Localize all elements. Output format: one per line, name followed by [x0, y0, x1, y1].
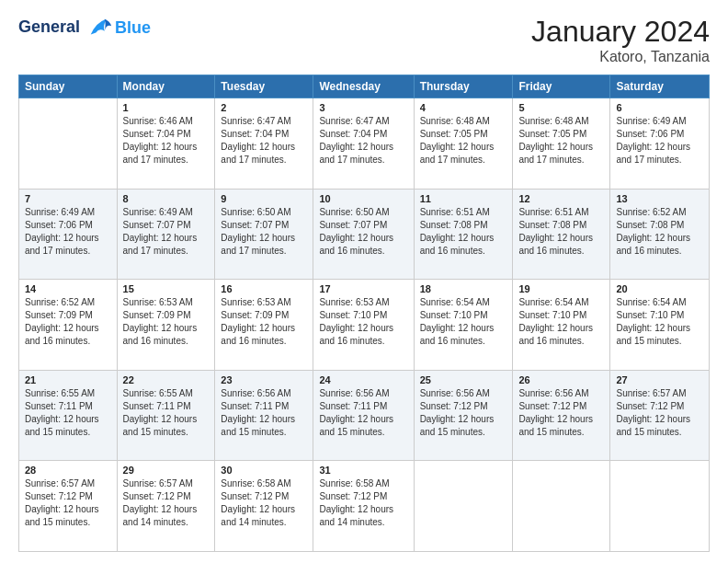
day-number: 24	[319, 374, 407, 385]
day-info: Sunrise: 6:51 AMSunset: 7:08 PMDaylight:…	[420, 206, 507, 258]
calendar-week-row: 28Sunrise: 6:57 AMSunset: 7:12 PMDayligh…	[19, 461, 710, 552]
calendar-cell: 11Sunrise: 6:51 AMSunset: 7:08 PMDayligh…	[414, 189, 513, 280]
calendar-cell: 7Sunrise: 6:49 AMSunset: 7:06 PMDaylight…	[19, 189, 118, 280]
calendar-table: Sunday Monday Tuesday Wednesday Thursday…	[18, 75, 710, 552]
header-sunday: Sunday	[19, 75, 118, 98]
day-number: 3	[319, 102, 407, 113]
day-number: 15	[123, 283, 210, 294]
header-friday: Friday	[513, 75, 610, 98]
day-info: Sunrise: 6:56 AMSunset: 7:11 PMDaylight:…	[319, 387, 407, 439]
calendar-cell: 28Sunrise: 6:57 AMSunset: 7:12 PMDayligh…	[19, 461, 118, 552]
day-info: Sunrise: 6:58 AMSunset: 7:12 PMDaylight:…	[221, 477, 307, 529]
calendar-cell: 25Sunrise: 6:56 AMSunset: 7:12 PMDayligh…	[414, 370, 513, 461]
day-info: Sunrise: 6:56 AMSunset: 7:11 PMDaylight:…	[221, 387, 307, 439]
logo: General Blue	[18, 15, 151, 40]
calendar-week-row: 21Sunrise: 6:55 AMSunset: 7:11 PMDayligh…	[19, 370, 710, 461]
day-number: 2	[221, 102, 307, 113]
page: General Blue January 2024 Katoro, Tanzan…	[0, 0, 728, 563]
day-number: 19	[518, 283, 604, 294]
day-info: Sunrise: 6:54 AMSunset: 7:10 PMDaylight:…	[518, 296, 604, 348]
calendar-body: 1Sunrise: 6:46 AMSunset: 7:04 PMDaylight…	[19, 98, 710, 552]
logo-general: General	[18, 17, 80, 36]
day-number: 17	[319, 283, 407, 294]
day-info: Sunrise: 6:52 AMSunset: 7:09 PMDaylight:…	[25, 296, 111, 348]
header-wednesday: Wednesday	[313, 75, 414, 98]
calendar-cell: 22Sunrise: 6:55 AMSunset: 7:11 PMDayligh…	[117, 370, 215, 461]
day-number: 8	[123, 193, 210, 204]
logo-blue: Blue	[115, 18, 151, 38]
calendar-cell: 10Sunrise: 6:50 AMSunset: 7:07 PMDayligh…	[313, 189, 414, 280]
header-thursday: Thursday	[414, 75, 513, 98]
day-info: Sunrise: 6:55 AMSunset: 7:11 PMDaylight:…	[123, 387, 210, 439]
calendar-cell: 2Sunrise: 6:47 AMSunset: 7:04 PMDaylight…	[215, 98, 313, 190]
calendar-cell: 4Sunrise: 6:48 AMSunset: 7:05 PMDaylight…	[414, 98, 513, 190]
calendar-week-row: 14Sunrise: 6:52 AMSunset: 7:09 PMDayligh…	[19, 280, 710, 371]
day-number: 31	[319, 465, 407, 476]
day-info: Sunrise: 6:49 AMSunset: 7:06 PMDaylight:…	[616, 115, 703, 167]
day-info: Sunrise: 6:56 AMSunset: 7:12 PMDaylight:…	[518, 387, 604, 439]
calendar-cell	[610, 461, 710, 552]
calendar-cell: 15Sunrise: 6:53 AMSunset: 7:09 PMDayligh…	[117, 280, 215, 371]
calendar-cell: 5Sunrise: 6:48 AMSunset: 7:05 PMDaylight…	[513, 98, 610, 190]
day-number: 10	[319, 193, 407, 204]
calendar-cell: 3Sunrise: 6:47 AMSunset: 7:04 PMDaylight…	[313, 98, 414, 190]
day-number: 12	[518, 193, 604, 204]
day-info: Sunrise: 6:56 AMSunset: 7:12 PMDaylight:…	[420, 387, 507, 439]
day-number: 7	[25, 193, 111, 204]
day-info: Sunrise: 6:57 AMSunset: 7:12 PMDaylight:…	[25, 477, 111, 529]
day-info: Sunrise: 6:55 AMSunset: 7:11 PMDaylight:…	[25, 387, 111, 439]
day-info: Sunrise: 6:53 AMSunset: 7:10 PMDaylight:…	[319, 296, 407, 348]
day-number: 25	[420, 374, 507, 385]
day-number: 21	[25, 374, 111, 385]
day-info: Sunrise: 6:57 AMSunset: 7:12 PMDaylight:…	[123, 477, 210, 529]
calendar-cell: 26Sunrise: 6:56 AMSunset: 7:12 PMDayligh…	[513, 370, 610, 461]
day-number: 4	[420, 102, 507, 113]
calendar-cell: 1Sunrise: 6:46 AMSunset: 7:04 PMDaylight…	[117, 98, 215, 190]
day-number: 26	[518, 374, 604, 385]
day-info: Sunrise: 6:51 AMSunset: 7:08 PMDaylight:…	[518, 206, 604, 258]
day-number: 6	[616, 102, 703, 113]
day-number: 16	[221, 283, 307, 294]
calendar-cell: 18Sunrise: 6:54 AMSunset: 7:10 PMDayligh…	[414, 280, 513, 371]
calendar-cell	[414, 461, 513, 552]
calendar-cell	[19, 98, 118, 190]
day-info: Sunrise: 6:47 AMSunset: 7:04 PMDaylight:…	[319, 115, 407, 167]
calendar-cell: 31Sunrise: 6:58 AMSunset: 7:12 PMDayligh…	[313, 461, 414, 552]
day-number: 30	[221, 465, 307, 476]
calendar-cell: 24Sunrise: 6:56 AMSunset: 7:11 PMDayligh…	[313, 370, 414, 461]
title-block: January 2024 Katoro, Tanzania	[531, 15, 710, 65]
calendar-subtitle: Katoro, Tanzania	[531, 49, 710, 65]
calendar-cell: 9Sunrise: 6:50 AMSunset: 7:07 PMDaylight…	[215, 189, 313, 280]
logo-bird-icon	[87, 15, 113, 40]
calendar-cell	[513, 461, 610, 552]
calendar-cell: 6Sunrise: 6:49 AMSunset: 7:06 PMDaylight…	[610, 98, 710, 190]
day-info: Sunrise: 6:54 AMSunset: 7:10 PMDaylight:…	[420, 296, 507, 348]
calendar-header-row: Sunday Monday Tuesday Wednesday Thursday…	[19, 75, 710, 98]
day-number: 9	[221, 193, 307, 204]
header-monday: Monday	[117, 75, 215, 98]
calendar-cell: 20Sunrise: 6:54 AMSunset: 7:10 PMDayligh…	[610, 280, 710, 371]
calendar-week-row: 1Sunrise: 6:46 AMSunset: 7:04 PMDaylight…	[19, 98, 710, 190]
calendar-cell: 16Sunrise: 6:53 AMSunset: 7:09 PMDayligh…	[215, 280, 313, 371]
day-number: 22	[123, 374, 210, 385]
calendar-cell: 27Sunrise: 6:57 AMSunset: 7:12 PMDayligh…	[610, 370, 710, 461]
header-tuesday: Tuesday	[215, 75, 313, 98]
day-number: 27	[616, 374, 703, 385]
calendar-cell: 14Sunrise: 6:52 AMSunset: 7:09 PMDayligh…	[19, 280, 118, 371]
calendar-cell: 30Sunrise: 6:58 AMSunset: 7:12 PMDayligh…	[215, 461, 313, 552]
day-info: Sunrise: 6:50 AMSunset: 7:07 PMDaylight:…	[221, 206, 307, 258]
header-saturday: Saturday	[610, 75, 710, 98]
day-info: Sunrise: 6:49 AMSunset: 7:07 PMDaylight:…	[123, 206, 210, 258]
day-info: Sunrise: 6:48 AMSunset: 7:05 PMDaylight:…	[518, 115, 604, 167]
day-number: 13	[616, 193, 703, 204]
day-info: Sunrise: 6:54 AMSunset: 7:10 PMDaylight:…	[616, 296, 703, 348]
day-number: 28	[25, 465, 111, 476]
day-info: Sunrise: 6:48 AMSunset: 7:05 PMDaylight:…	[420, 115, 507, 167]
calendar-cell: 8Sunrise: 6:49 AMSunset: 7:07 PMDaylight…	[117, 189, 215, 280]
header: General Blue January 2024 Katoro, Tanzan…	[18, 15, 710, 65]
calendar-cell: 17Sunrise: 6:53 AMSunset: 7:10 PMDayligh…	[313, 280, 414, 371]
day-info: Sunrise: 6:57 AMSunset: 7:12 PMDaylight:…	[616, 387, 703, 439]
calendar-cell: 13Sunrise: 6:52 AMSunset: 7:08 PMDayligh…	[610, 189, 710, 280]
day-number: 11	[420, 193, 507, 204]
calendar-cell: 29Sunrise: 6:57 AMSunset: 7:12 PMDayligh…	[117, 461, 215, 552]
